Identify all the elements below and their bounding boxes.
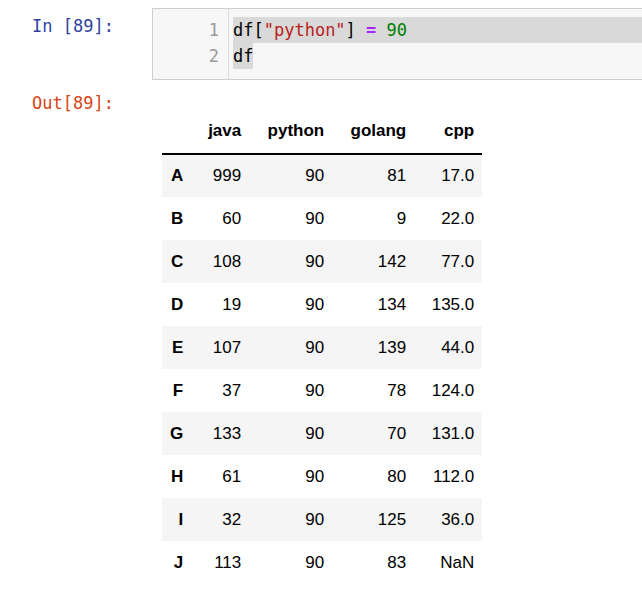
code-token-plain — [376, 20, 386, 40]
table-row: J1139083NaN — [162, 541, 482, 584]
table-cell: 77.0 — [414, 240, 482, 283]
row-index-label: E — [162, 326, 191, 369]
code-token-plain: df[ — [233, 20, 264, 40]
column-header: java — [191, 112, 249, 154]
table-cell: 80 — [332, 455, 414, 498]
table-row: B6090922.0 — [162, 197, 482, 240]
code-token-string: "python" — [264, 20, 346, 40]
selected-text: df — [233, 43, 253, 69]
table-cell: 999 — [191, 154, 249, 197]
table-cell: 139 — [332, 326, 414, 369]
table-cell: 90 — [249, 541, 332, 584]
dataframe-body: A999908117.0B6090922.0C1089014277.0D1990… — [162, 154, 482, 584]
notebook-page: In [89]: 12 df["python"] = 90df Out[89]:… — [0, 0, 642, 614]
row-index-label: G — [162, 412, 191, 455]
table-cell: 112.0 — [414, 455, 482, 498]
table-cell: 90 — [249, 412, 332, 455]
table-cell: 113 — [191, 541, 249, 584]
table-row: A999908117.0 — [162, 154, 482, 197]
code-token-plain: ] — [346, 20, 366, 40]
code-token-operator: = — [366, 20, 376, 40]
table-cell: 61 — [191, 455, 249, 498]
header-row: javapythongolangcpp — [162, 112, 482, 154]
table-cell: 83 — [332, 541, 414, 584]
code-editor-cell[interactable]: 12 df["python"] = 90df — [152, 8, 642, 80]
table-cell: 133 — [191, 412, 249, 455]
table-cell: 60 — [191, 197, 249, 240]
row-index-label: C — [162, 240, 191, 283]
input-prompt: In [89]: — [32, 16, 114, 36]
table-row: F379078124.0 — [162, 369, 482, 412]
row-index-label: H — [162, 455, 191, 498]
table-row: G1339070131.0 — [162, 412, 482, 455]
table-cell: 90 — [249, 369, 332, 412]
table-cell: 70 — [332, 412, 414, 455]
line-number: 1 — [153, 17, 228, 43]
table-cell: 90 — [249, 498, 332, 541]
table-cell: 90 — [249, 197, 332, 240]
table-cell: NaN — [414, 541, 482, 584]
table-cell: 32 — [191, 498, 249, 541]
code-token-plain: df — [233, 46, 253, 66]
table-cell: 134 — [332, 283, 414, 326]
table-cell: 90 — [249, 240, 332, 283]
table-row: H619080112.0 — [162, 455, 482, 498]
selected-text: df["python"] = 90 — [233, 17, 642, 43]
column-header: golang — [332, 112, 414, 154]
table-cell: 37 — [191, 369, 249, 412]
dataframe-header: javapythongolangcpp — [162, 112, 482, 154]
table-cell: 90 — [249, 154, 332, 197]
index-corner-cell — [162, 112, 191, 154]
table-row: I329012536.0 — [162, 498, 482, 541]
code-line[interactable]: df — [233, 43, 642, 69]
table-cell: 142 — [332, 240, 414, 283]
table-cell: 124.0 — [414, 369, 482, 412]
line-number: 2 — [153, 43, 228, 69]
table-row: C1089014277.0 — [162, 240, 482, 283]
table-cell: 107 — [191, 326, 249, 369]
dataframe-output: javapythongolangcpp A999908117.0B6090922… — [162, 112, 482, 584]
table-cell: 131.0 — [414, 412, 482, 455]
dataframe-table: javapythongolangcpp A999908117.0B6090922… — [162, 112, 482, 584]
column-header: python — [249, 112, 332, 154]
code-token-number: 90 — [387, 20, 407, 40]
row-index-label: I — [162, 498, 191, 541]
table-cell: 44.0 — [414, 326, 482, 369]
output-prompt: Out[89]: — [32, 93, 114, 113]
table-cell: 9 — [332, 197, 414, 240]
table-cell: 78 — [332, 369, 414, 412]
column-header: cpp — [414, 112, 482, 154]
row-index-label: F — [162, 369, 191, 412]
table-cell: 90 — [249, 283, 332, 326]
row-index-label: A — [162, 154, 191, 197]
table-cell: 108 — [191, 240, 249, 283]
table-cell: 81 — [332, 154, 414, 197]
table-cell: 36.0 — [414, 498, 482, 541]
table-cell: 90 — [249, 455, 332, 498]
line-number-gutter: 12 — [153, 9, 229, 79]
row-index-label: J — [162, 541, 191, 584]
table-row: D1990134135.0 — [162, 283, 482, 326]
table-row: E1079013944.0 — [162, 326, 482, 369]
table-cell: 19 — [191, 283, 249, 326]
row-index-label: D — [162, 283, 191, 326]
table-cell: 17.0 — [414, 154, 482, 197]
code-area[interactable]: df["python"] = 90df — [229, 9, 642, 79]
table-cell: 125 — [332, 498, 414, 541]
row-index-label: B — [162, 197, 191, 240]
table-cell: 22.0 — [414, 197, 482, 240]
code-line[interactable]: df["python"] = 90 — [233, 17, 642, 43]
table-cell: 90 — [249, 326, 332, 369]
table-cell: 135.0 — [414, 283, 482, 326]
